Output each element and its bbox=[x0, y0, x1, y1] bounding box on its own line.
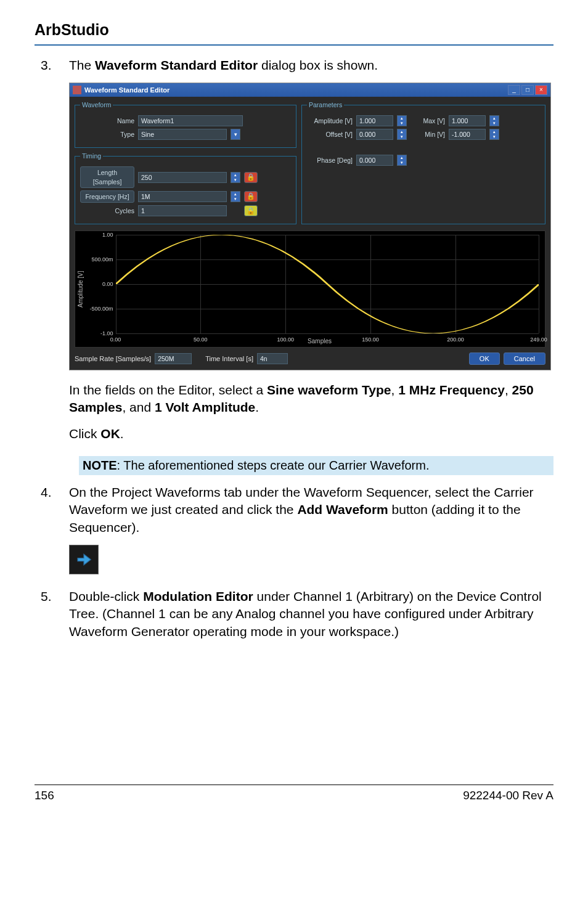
sine-curve bbox=[116, 235, 539, 333]
max-label: Max [V] bbox=[410, 116, 445, 125]
xtick: 249.00 bbox=[530, 336, 547, 343]
minimize-button[interactable]: _ bbox=[508, 85, 520, 95]
note-callout: NOTE: The aforementioned steps create ou… bbox=[79, 456, 553, 475]
text-bold: Modulation Editor bbox=[143, 589, 253, 603]
text-bold: OK bbox=[100, 426, 120, 441]
text: Click bbox=[69, 426, 100, 441]
page-footer: 156 922244-00 Rev A bbox=[35, 785, 553, 804]
app-icon bbox=[73, 86, 81, 94]
waveform-legend: Waveform bbox=[80, 100, 113, 109]
waveform-group: Waveform Name Type ▾ bbox=[75, 100, 296, 148]
offset-label: Offset [V] bbox=[307, 130, 353, 139]
amplitude-input[interactable] bbox=[356, 115, 393, 126]
sample-rate-label: Sample Rate [Samples/s] bbox=[75, 354, 151, 364]
timing-group: Timing Length [Samples] ▴▾ 🔒 Frequency [… bbox=[75, 152, 296, 224]
step-3-click-ok: Click OK. bbox=[69, 425, 553, 442]
xtick: 50.00 bbox=[194, 336, 208, 343]
phase-input[interactable] bbox=[356, 155, 393, 166]
header-underline bbox=[35, 44, 553, 46]
add-waveform-icon bbox=[69, 545, 99, 574]
step-5: 5. Double-click Modulation Editor under … bbox=[35, 588, 553, 649]
cycles-label: Cycles bbox=[80, 206, 134, 215]
step-3-intro: The Waveform Standard Editor dialog box … bbox=[69, 57, 553, 74]
chart-xlabel: Samples bbox=[308, 337, 332, 346]
dialog-title: Waveform Standard Editor bbox=[84, 86, 508, 95]
cancel-button[interactable]: Cancel bbox=[504, 353, 545, 365]
amplitude-spinner[interactable]: ▴▾ bbox=[397, 115, 407, 126]
frequency-input[interactable] bbox=[138, 191, 227, 202]
time-interval-input[interactable] bbox=[257, 353, 288, 364]
step-4: 4. On the Project Waveforms tab under th… bbox=[35, 484, 553, 583]
type-select[interactable] bbox=[138, 129, 227, 140]
cycles-input[interactable] bbox=[138, 205, 227, 216]
xtick: 200.00 bbox=[447, 336, 464, 343]
min-spinner[interactable]: ▴▾ bbox=[489, 129, 499, 140]
text: In the fields on the Editor, select a bbox=[69, 383, 267, 397]
note-text: : The aforementioned steps create our Ca… bbox=[117, 459, 430, 472]
step-5-text: Double-click Modulation Editor under Cha… bbox=[69, 588, 553, 640]
page-number: 156 bbox=[35, 788, 54, 804]
frequency-lock-icon[interactable]: 🔒 bbox=[244, 191, 258, 202]
frequency-spinner[interactable]: ▴▾ bbox=[231, 191, 240, 202]
document-rev: 922244-00 Rev A bbox=[463, 788, 553, 804]
text: . bbox=[120, 426, 124, 441]
min-input[interactable] bbox=[449, 129, 486, 140]
step-5-number: 5. bbox=[35, 588, 69, 649]
max-spinner[interactable]: ▴▾ bbox=[489, 115, 499, 126]
length-spinner[interactable]: ▴▾ bbox=[231, 172, 240, 183]
text-bold: Sine waveform Type bbox=[267, 383, 391, 397]
step-3: 3. The Waveform Standard Editor dialog b… bbox=[35, 57, 553, 451]
text-bold: 1 MHz Frequency bbox=[398, 383, 505, 397]
step-3-number: 3. bbox=[35, 57, 69, 451]
text-bold: 1 Volt Amplitude bbox=[155, 400, 255, 414]
timing-legend: Timing bbox=[80, 152, 103, 160]
xtick: 0.00 bbox=[110, 336, 121, 343]
text: dialog box is shown. bbox=[258, 58, 378, 72]
phase-spinner[interactable]: ▴▾ bbox=[397, 155, 407, 166]
length-button[interactable]: Length [Samples] bbox=[80, 166, 134, 187]
close-button[interactable]: × bbox=[535, 85, 547, 95]
waveform-standard-editor-dialog: Waveform Standard Editor _ □ × Waveform … bbox=[69, 83, 551, 370]
offset-input[interactable] bbox=[356, 129, 393, 140]
arrow-right-icon bbox=[75, 550, 93, 569]
text: The bbox=[69, 58, 95, 72]
step-4-text: On the Project Waveforms tab under the W… bbox=[69, 484, 553, 536]
ok-button[interactable]: OK bbox=[469, 353, 500, 365]
amplitude-label: Amplitude [V] bbox=[307, 116, 353, 125]
xtick: 150.00 bbox=[362, 336, 379, 343]
phase-label: Phase [Deg] bbox=[307, 156, 353, 165]
text: , bbox=[505, 383, 512, 397]
chevron-down-icon[interactable]: ▾ bbox=[231, 129, 240, 140]
text: , bbox=[391, 383, 399, 397]
offset-spinner[interactable]: ▴▾ bbox=[397, 129, 407, 140]
type-label: Type bbox=[80, 130, 134, 139]
step-3-instructions: In the fields on the Editor, select a Si… bbox=[69, 381, 553, 417]
ytick: -500.00m bbox=[88, 305, 113, 312]
chart-ylabel: Amplitude [V] bbox=[75, 231, 86, 347]
xtick: 100.00 bbox=[277, 336, 294, 343]
length-input[interactable] bbox=[138, 172, 227, 183]
text: . bbox=[255, 400, 259, 414]
ytick: 0.00 bbox=[88, 280, 113, 288]
text-bold: Add Waveform bbox=[297, 502, 388, 516]
text-bold: Waveform Standard Editor bbox=[95, 58, 258, 72]
cycles-lock-icon[interactable]: 🔒 bbox=[244, 205, 258, 216]
ytick: 1.00 bbox=[88, 231, 113, 238]
length-lock-icon[interactable]: 🔒 bbox=[244, 172, 258, 183]
parameters-group: Parameters Amplitude [V] ▴▾ Max [V] ▴▾ O… bbox=[301, 100, 545, 224]
frequency-button[interactable]: Frequency [Hz] bbox=[80, 190, 134, 203]
name-input[interactable] bbox=[138, 115, 243, 126]
sample-rate-input[interactable] bbox=[155, 353, 192, 364]
step-4-number: 4. bbox=[35, 484, 69, 583]
ytick: -1.00 bbox=[88, 330, 113, 337]
maximize-button[interactable]: □ bbox=[521, 85, 534, 95]
waveform-preview-chart: Amplitude [V] 1.00 500.00m 0.00 -500.00m… bbox=[75, 230, 545, 348]
dialog-titlebar: Waveform Standard Editor _ □ × bbox=[70, 83, 550, 97]
text: , and bbox=[122, 400, 155, 414]
text: Double-click bbox=[69, 589, 143, 603]
max-input[interactable] bbox=[449, 115, 486, 126]
page-header-title: ArbStudio bbox=[35, 20, 553, 41]
name-label: Name bbox=[80, 116, 134, 125]
ytick: 500.00m bbox=[88, 256, 113, 263]
min-label: Min [V] bbox=[410, 130, 445, 139]
